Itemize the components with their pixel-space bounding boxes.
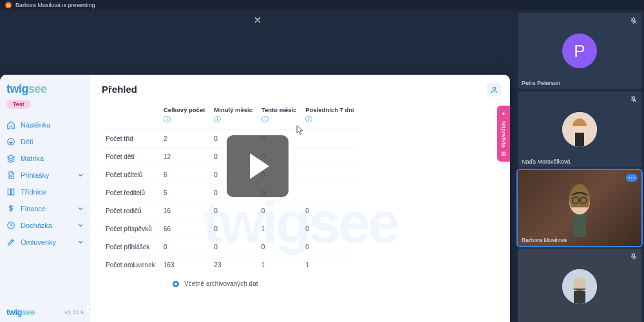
cell-value bbox=[301, 184, 359, 202]
smile-icon bbox=[6, 137, 15, 146]
page-title: Přehled bbox=[102, 84, 498, 95]
chevron-down-icon bbox=[77, 205, 84, 212]
info-icon[interactable]: ⓘ bbox=[261, 115, 269, 123]
user-icon bbox=[490, 86, 498, 94]
cell-value: 0 bbox=[160, 238, 210, 256]
participant-tile[interactable] bbox=[518, 249, 641, 322]
archive-label: Včetně archivovaných dat bbox=[184, 280, 258, 287]
row-label: Počet rodičů bbox=[102, 202, 160, 220]
sidebar-item-finance[interactable]: Finance bbox=[0, 200, 90, 217]
chevron-down-icon bbox=[77, 172, 84, 178]
row-label: Počet učitelů bbox=[102, 166, 160, 184]
svg-rect-7 bbox=[573, 214, 586, 237]
chevron-down-icon bbox=[77, 239, 84, 245]
cell-value bbox=[301, 166, 359, 184]
sidebar-item-matrika[interactable]: Matrika bbox=[0, 150, 90, 167]
sidebar-item-děti[interactable]: Děti bbox=[0, 133, 90, 150]
dollar-icon bbox=[6, 204, 15, 213]
cell-value: 16 bbox=[160, 202, 210, 220]
cell-value: 6 bbox=[160, 166, 210, 184]
cell-value: 5 bbox=[160, 184, 210, 202]
sidebar-item-třídnice[interactable]: Třídnice bbox=[0, 184, 90, 200]
column-header: Minulý měsíc bbox=[210, 104, 257, 115]
avatar-photo bbox=[562, 112, 597, 147]
cell-value: 0 bbox=[210, 220, 257, 238]
sidebar-item-omluvenky[interactable]: Omluvenky bbox=[0, 234, 90, 251]
presenter-initial-badge: B bbox=[5, 2, 12, 8]
close-share-button[interactable] bbox=[251, 13, 265, 27]
cell-value: 0 bbox=[301, 238, 359, 256]
participant-tile[interactable]: Barbora Musilová bbox=[518, 170, 641, 246]
info-icon[interactable]: ⓘ bbox=[164, 115, 171, 123]
cell-value: 12 bbox=[160, 148, 210, 166]
sidebar-item-label: Děti bbox=[21, 138, 33, 146]
close-icon bbox=[253, 15, 262, 24]
cell-value: 0 bbox=[210, 202, 257, 220]
app-logo: twigsee bbox=[6, 82, 84, 96]
sidebar-item-docházka[interactable]: Docházka bbox=[0, 217, 90, 234]
sidebar-item-nástěnka[interactable]: Nástěnka bbox=[0, 117, 90, 133]
play-icon bbox=[250, 153, 269, 179]
row-label: Počet příspěvků bbox=[102, 220, 160, 238]
info-icon[interactable]: ⓘ bbox=[214, 115, 221, 123]
sidebar-item-přihlášky[interactable]: Přihlášky bbox=[0, 167, 90, 184]
svg-point-11 bbox=[573, 277, 586, 290]
plus-icon: ⊞ bbox=[500, 151, 507, 156]
avatar-photo bbox=[562, 269, 597, 304]
cell-value: 1 bbox=[258, 220, 301, 238]
cell-value: 0 bbox=[210, 238, 257, 256]
participant-column: PPetra PetersonNaďa MoravčíkováBarbora M… bbox=[515, 10, 644, 322]
app-content: Přehled Celkový početMinulý měsícTento m… bbox=[90, 75, 510, 322]
home-icon bbox=[6, 120, 15, 129]
table-row: Počet omluvenek1632311 bbox=[102, 256, 359, 274]
profile-button[interactable] bbox=[487, 82, 501, 97]
svg-rect-12 bbox=[574, 291, 585, 304]
version-text: v1.11.9 bbox=[64, 309, 84, 316]
mic-muted-icon bbox=[630, 95, 638, 103]
participant-tile[interactable]: PPetra Peterson bbox=[518, 13, 641, 89]
svg-rect-5 bbox=[575, 133, 584, 147]
sidebar-item-label: Matrika bbox=[21, 155, 44, 162]
sidebar-item-label: Nástěnka bbox=[21, 121, 50, 129]
mic-muted-icon bbox=[630, 252, 638, 260]
cell-value: 0 bbox=[258, 202, 301, 220]
sidebar-item-label: Třídnice bbox=[21, 188, 46, 196]
row-label: Počet přihlášek bbox=[102, 238, 160, 256]
row-label: Počet omluvenek bbox=[102, 256, 160, 274]
cell-value: 1 bbox=[258, 256, 301, 274]
cell-value: 2 bbox=[160, 130, 210, 148]
sparkle-icon: ✦ bbox=[500, 111, 507, 117]
info-icon[interactable]: ⓘ bbox=[305, 115, 312, 123]
column-header: Tento měsíc bbox=[258, 104, 301, 115]
chevron-down-icon bbox=[77, 222, 84, 229]
cell-value bbox=[301, 148, 359, 166]
env-badge: Test bbox=[6, 100, 31, 109]
participant-name: Barbora Musilová bbox=[522, 237, 567, 243]
cell-value: 0 bbox=[258, 238, 301, 256]
avatar-initial: P bbox=[562, 33, 597, 68]
mic-muted-icon bbox=[630, 17, 638, 24]
cell-value: 23 bbox=[210, 256, 257, 274]
svg-point-0 bbox=[8, 138, 15, 146]
footer-logo: twigsee bbox=[6, 307, 35, 317]
play-button[interactable] bbox=[227, 135, 289, 197]
help-tab[interactable]: ✦ Nápověda ⊞ bbox=[497, 106, 510, 162]
radio-icon bbox=[173, 281, 179, 287]
cell-value bbox=[301, 130, 359, 148]
svg-point-2 bbox=[493, 87, 495, 90]
row-label: Počet tříd bbox=[102, 130, 160, 148]
nav-list: NástěnkaDětiMatrikaPřihláškyTřídniceFina… bbox=[0, 113, 90, 302]
tile-menu-button[interactable] bbox=[626, 174, 638, 182]
edit-icon bbox=[6, 238, 15, 247]
row-label: Počet dětí bbox=[102, 148, 160, 166]
participant-name: Naďa Moravčíková bbox=[522, 158, 571, 165]
shared-app-window: twigsee Test NástěnkaDětiMatrikaPřihlášk… bbox=[0, 75, 510, 322]
participant-tile[interactable]: Naďa Moravčíková bbox=[518, 91, 641, 167]
participant-name: Petra Peterson bbox=[522, 80, 560, 86]
cell-value: 1 bbox=[301, 256, 359, 274]
column-header bbox=[102, 104, 160, 115]
archive-toggle-row[interactable]: Včetně archivovaných dat bbox=[102, 274, 498, 287]
cell-value: 66 bbox=[160, 220, 210, 238]
sidebar-item-label: Docházka bbox=[21, 222, 52, 229]
sidebar-item-label: Omluvenky bbox=[21, 238, 56, 246]
